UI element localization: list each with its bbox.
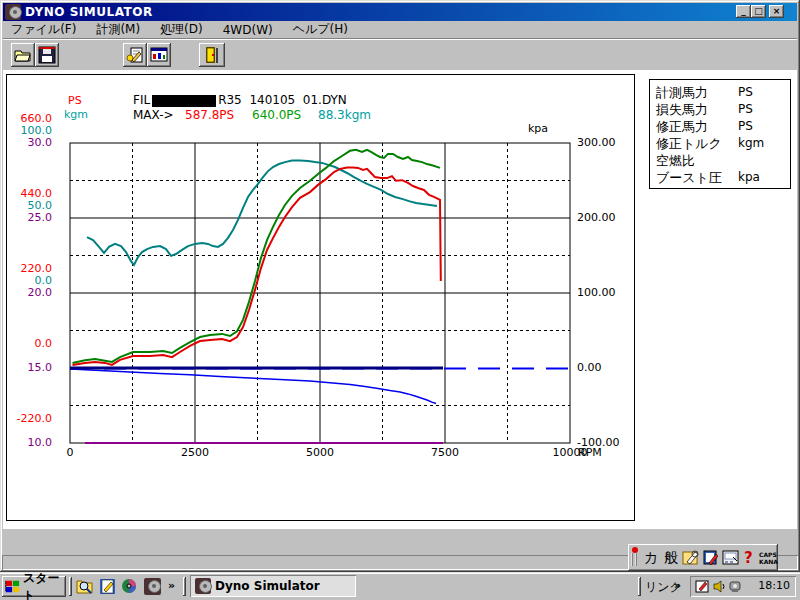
x-axis-tick: 10000	[540, 446, 600, 459]
legend-row-1: 損失馬力PS	[650, 100, 790, 117]
right-axis-tick: 0.00	[577, 361, 625, 374]
app-icon	[5, 4, 21, 20]
maximize-button[interactable]: □	[751, 5, 766, 18]
reel-app-icon[interactable]	[121, 578, 138, 595]
legend-box: 計測馬力PS損失馬力PS修正馬力PS修正トルクkgm空燃比ブースト圧kpa	[649, 79, 791, 189]
legend-unit: kpa	[738, 170, 760, 184]
max-torque-value: 88.3kgm	[318, 109, 371, 122]
ime-input-mode[interactable]: カ	[641, 549, 661, 567]
legend-unit: PS	[738, 119, 753, 133]
menu-item-process[interactable]: 処理(D)	[154, 20, 209, 39]
menu-item-measure[interactable]: 計測(M)	[90, 20, 146, 39]
dictionary-tool-icon[interactable]	[702, 548, 720, 567]
search-viewer-icon[interactable]	[76, 578, 93, 595]
menu-item-4wd[interactable]: 4WD(W)	[217, 22, 279, 38]
legend-row-2: 修正馬力PS	[650, 117, 790, 134]
dyno-app-icon[interactable]	[144, 578, 161, 595]
file-rest: R35 140105 01.DYN	[218, 93, 347, 107]
left-axis-afr-tick: 15.0	[8, 361, 52, 374]
file-prefix: FIL	[133, 93, 150, 107]
pen-tool-icon[interactable]	[682, 548, 700, 567]
left-axis-afr-tick: 30.0	[8, 136, 52, 149]
left-axis-afr-tick: 25.0	[8, 211, 52, 224]
x-axis-tick: 0	[40, 446, 100, 459]
legend-unit: kgm	[738, 136, 764, 150]
left-axis-ps-tick: -220.0	[8, 412, 52, 425]
screen: { "window": { "title": "DYNO SIMULATOR" …	[0, 0, 800, 600]
legend-row-0: 計測馬力PS	[650, 83, 790, 100]
monitor-icon	[150, 46, 168, 64]
ime-status-dot	[632, 547, 638, 553]
pen-tablet-tray-icon[interactable]	[695, 579, 710, 594]
right-axis-tick: 300.00	[577, 136, 625, 149]
report-icon	[126, 46, 144, 64]
header-kgm-unit: kgm	[64, 108, 88, 121]
clock: 18:10	[758, 579, 790, 592]
close-button[interactable]: ×	[769, 5, 784, 18]
x-axis-tick: 5000	[290, 446, 350, 459]
ime-toolbar: カ 般 ? CAPS KANA	[628, 544, 778, 571]
right-axis-unit: kpa	[528, 122, 548, 135]
monitor-button[interactable]	[147, 43, 171, 67]
left-axis-afr-tick: 20.0	[8, 286, 52, 299]
menu-item-file[interactable]: ファイル(F)	[5, 20, 82, 39]
task-label: Dyno Simulator	[215, 579, 320, 593]
exit-door-icon	[202, 46, 222, 64]
report-button[interactable]	[123, 43, 147, 67]
device-tray-icon[interactable]	[728, 579, 743, 594]
file-name-line: FILR35 140105 01.DYN	[133, 94, 347, 107]
system-tray: 18:10	[690, 576, 796, 597]
menu-item-help[interactable]: ヘルプ(H)	[287, 20, 354, 39]
legend-unit: PS	[738, 102, 753, 116]
legend-row-4: 空燃比	[650, 151, 790, 168]
windows-logo-icon	[5, 579, 21, 594]
caps-kana-indicator: CAPS KANA	[759, 551, 778, 565]
pad-tool-icon[interactable]	[722, 548, 740, 567]
app-window: DYNO SIMULATOR _ □ × ファイル(F)計測(M)処理(D)4W…	[0, 0, 800, 572]
dyno-task-icon	[195, 578, 211, 594]
header-ps-unit: PS	[68, 94, 82, 107]
ime-drag-handle[interactable]	[631, 548, 639, 567]
legend-name: ブースト圧	[656, 169, 722, 187]
x-axis-tick: 2500	[165, 446, 225, 459]
right-axis-tick: 100.00	[577, 286, 625, 299]
toolbar	[3, 38, 797, 70]
kana-label: KANA	[759, 558, 778, 565]
x-axis-tick: 7500	[415, 446, 475, 459]
taskband-handle[interactable]	[183, 577, 186, 596]
minimize-button[interactable]: _	[736, 5, 751, 18]
links-chevron[interactable]: »	[674, 579, 681, 592]
exit-button[interactable]	[199, 43, 225, 67]
svg-text:?: ?	[744, 549, 753, 567]
left-axis-ps-tick: 0.0	[8, 337, 52, 350]
start-button[interactable]: スタート	[2, 576, 66, 597]
open-folder-icon	[14, 46, 32, 64]
quicklaunch-handle[interactable]	[69, 577, 72, 596]
save-floppy-icon	[38, 46, 56, 64]
quicklaunch-chevron[interactable]: »	[168, 579, 175, 592]
taskbar: スタート » Dyno Simulator リンク » 18:10	[0, 572, 800, 600]
window-title: DYNO SIMULATOR	[25, 5, 153, 19]
max-corrected-value: 640.0PS	[252, 109, 301, 122]
ime-help-icon[interactable]: ?	[742, 548, 756, 567]
right-axis-tick: 200.00	[577, 211, 625, 224]
legend-unit: PS	[738, 85, 753, 99]
title-bar: DYNO SIMULATOR _ □ ×	[3, 3, 797, 21]
open-button[interactable]	[11, 43, 35, 67]
legend-row-5: ブースト圧kpa	[650, 168, 790, 185]
max-label: MAX->	[133, 109, 174, 122]
menu-bar: ファイル(F)計測(M)処理(D)4WD(W)ヘルプ(H)	[3, 21, 797, 38]
ime-conversion-mode[interactable]: 般	[661, 549, 681, 567]
task-button-dyno-simulator[interactable]: Dyno Simulator	[190, 575, 356, 597]
speaker-tray-icon[interactable]	[712, 579, 727, 594]
links-handle[interactable]	[638, 577, 641, 596]
notepad-icon[interactable]	[99, 578, 116, 595]
legend-row-3: 修正トルクkgm	[650, 134, 790, 151]
redacted-box	[152, 95, 216, 107]
max-measured-value: 587.8PS	[185, 109, 234, 122]
save-button[interactable]	[35, 43, 59, 67]
start-label: スタート	[23, 570, 66, 600]
caps-label: CAPS	[759, 551, 777, 558]
